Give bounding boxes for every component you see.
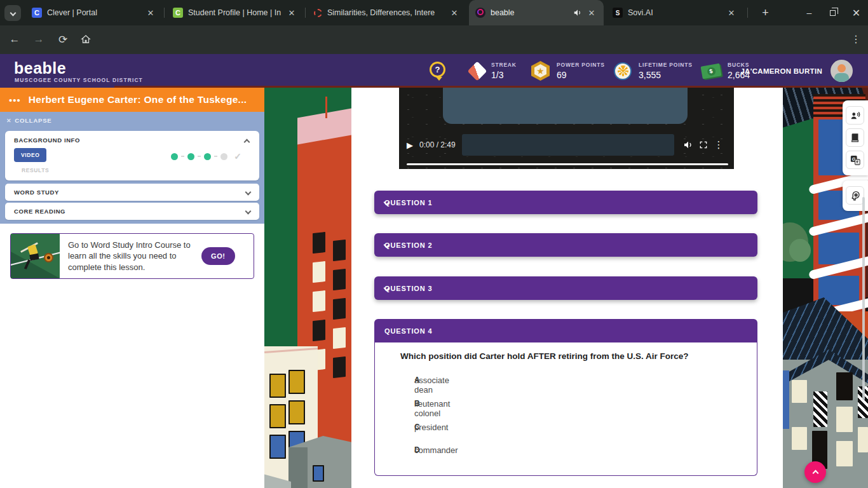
progress-check-icon: ✓ (234, 151, 241, 161)
translate-button[interactable]: G (846, 151, 864, 169)
tab-title: Similarities, Differences, Intere (327, 8, 444, 17)
results-nav-item[interactable]: RESULTS (22, 167, 49, 173)
tab-close-icon[interactable]: ✕ (145, 7, 156, 18)
streak-icon (467, 61, 487, 81)
tab-close-icon[interactable]: ✕ (586, 7, 597, 18)
stat-value: 3,555 (639, 70, 693, 80)
window-controls: – ✕ (797, 0, 868, 25)
question-2-accordion[interactable]: QUESTION 2 (374, 233, 757, 257)
lesson-main-content: ▶ 0:00 / 2:49 ⋮ QUESTION 1 QUESTION 2 (351, 88, 783, 488)
tab-search-chevron-button[interactable] (4, 5, 21, 21)
tab-sovi-ai[interactable]: S Sovi.AI ✕ (606, 0, 743, 25)
background-info-title[interactable]: BACKGROUND INFO (14, 137, 80, 144)
tab-divider (747, 8, 748, 18)
city-illustration-left (264, 88, 351, 488)
accessibility-tools-panel: G (843, 100, 868, 175)
question-label: QUESTION 4 (384, 327, 433, 335)
collapse-label: COLLAPSE (15, 117, 51, 124)
power-points-stat: ★ POWER POINTS 69 (531, 54, 605, 88)
dashed-circle-favicon (314, 9, 322, 17)
home-button[interactable] (79, 34, 93, 45)
lifetime-points-icon (614, 62, 632, 80)
forward-button[interactable]: → (32, 33, 46, 46)
tab-title: Student Profile | Home | Infini (188, 8, 281, 17)
help-button[interactable]: ? (430, 62, 445, 78)
progress-dot-done (187, 153, 194, 160)
screen: C Clever | Portal ✕ C Student Profile | … (0, 0, 868, 488)
campus-favicon: C (173, 8, 183, 18)
scroll-to-top-button[interactable] (804, 461, 826, 483)
minimize-button[interactable]: – (797, 0, 821, 25)
tab-close-icon[interactable]: ✕ (726, 7, 737, 18)
video-slide-area (443, 88, 688, 124)
video-nav-button[interactable]: VIDEO (14, 148, 46, 162)
tab-divider (164, 8, 165, 18)
tab-clever-portal[interactable]: C Clever | Portal ✕ (25, 0, 163, 25)
soccer-player-image (11, 234, 60, 278)
stat-label: STREAK (491, 62, 517, 68)
tab-close-icon[interactable]: ✕ (449, 7, 460, 18)
video-seek-bar[interactable] (462, 134, 674, 156)
chevron-up-icon (812, 470, 818, 477)
tab-title: Clever | Portal (47, 8, 140, 17)
question-label: QUESTION 2 (384, 241, 433, 249)
section-label: CORE READING (14, 208, 65, 215)
question-4-body: Which position did Carter hold AFTER ret… (374, 342, 757, 476)
word-study-section[interactable]: WORD STUDY (5, 184, 259, 201)
streak-stat: STREAK 1/3 (470, 54, 517, 88)
comprehension-button[interactable] (846, 186, 864, 205)
question-label: QUESTION 1 (384, 199, 433, 207)
power-points-icon: ★ (531, 61, 550, 81)
back-button[interactable]: ← (8, 33, 22, 46)
progress-dot-done (171, 153, 178, 160)
new-tab-button[interactable]: + (757, 5, 773, 21)
section-label: WORD STUDY (14, 189, 59, 196)
stat-value: 1/3 (491, 70, 517, 80)
restore-button[interactable] (821, 0, 844, 25)
question-1-accordion[interactable]: QUESTION 1 (374, 191, 757, 214)
question-prompt: Which position did Carter hold AFTER ret… (400, 351, 689, 361)
stat-value: 69 (557, 70, 605, 80)
go-button[interactable]: GO! (201, 247, 235, 265)
lesson-title-bar: ••• Herbert Eugene Carter: One of the Tu… (0, 88, 264, 112)
tab-title: Sovi.AI (628, 8, 721, 17)
tab-title: beable (491, 8, 568, 17)
question-3-accordion[interactable]: QUESTION 3 (374, 276, 757, 300)
chevron-down-icon (10, 10, 16, 17)
district-name: MUSCOGEE COUNTY SCHOOL DISTRICT (15, 77, 143, 83)
tab-audio-icon[interactable] (573, 8, 582, 17)
lesson-menu-dots[interactable]: ••• (9, 95, 21, 105)
beable-header: beable MUSCOGEE COUNTY SCHOOL DISTRICT ?… (0, 54, 868, 88)
beable-logo[interactable]: beable (14, 59, 66, 78)
stat-label: POWER POINTS (557, 62, 605, 68)
tab-student-profile[interactable]: C Student Profile | Home | Infini ✕ (166, 0, 304, 25)
collapse-button[interactable]: ✕ COLLAPSE (6, 117, 51, 124)
tab-divider (305, 8, 306, 18)
bucks-icon: $ (700, 63, 721, 79)
background-info-card: BACKGROUND INFO VIDEO ✓ RESULTS (5, 131, 259, 180)
video-progress-dots: ✓ (171, 151, 241, 161)
tab-similarities[interactable]: Similarities, Differences, Intere ✕ (308, 0, 466, 25)
video-time: 0:00 / 2:49 (419, 140, 456, 149)
tab-beable-active[interactable]: beable ✕ (469, 0, 604, 25)
avatar[interactable] (831, 60, 853, 82)
video-progress-bar[interactable] (407, 163, 728, 165)
progress-dot-pending (220, 153, 227, 160)
play-button[interactable]: ▶ (407, 140, 413, 150)
clever-favicon: C (32, 8, 42, 18)
tab-close-icon[interactable]: ✕ (286, 7, 297, 18)
lesson-nav-panel: ✕ COLLAPSE BACKGROUND INFO VIDEO ✓ RESUL… (0, 112, 264, 224)
dictionary-button[interactable] (846, 128, 864, 147)
video-player[interactable]: ▶ 0:00 / 2:49 ⋮ (399, 88, 734, 169)
video-menu-kebab-icon[interactable]: ⋮ (711, 139, 726, 151)
close-window-button[interactable]: ✕ (844, 0, 868, 25)
chevron-up-icon[interactable] (244, 139, 250, 146)
browser-menu-kebab-icon[interactable]: ⋮ (849, 33, 863, 45)
page-scrollbar-thumb[interactable] (862, 197, 865, 400)
read-aloud-button[interactable] (846, 106, 864, 125)
chevron-down-icon (245, 208, 252, 215)
restore-icon (830, 10, 836, 16)
core-reading-section[interactable]: CORE READING (5, 203, 259, 220)
reload-button[interactable]: ⟳ (56, 33, 70, 46)
question-4-accordion[interactable]: QUESTION 4 (374, 319, 757, 342)
